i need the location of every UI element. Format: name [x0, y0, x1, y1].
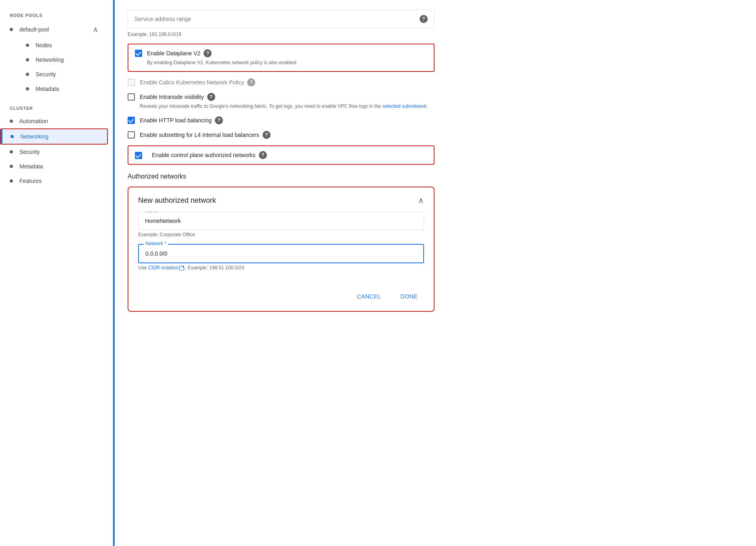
- enable-dataplane-content: Enable Dataplane V2 ? By enabling Datapl…: [147, 49, 427, 66]
- dot-icon: [10, 120, 13, 123]
- sidebar-item-security-pool[interactable]: Security: [8, 67, 108, 82]
- sidebar-item-label: default-pool: [19, 26, 49, 33]
- node-pools-section-title: NODE POOLS: [0, 10, 113, 21]
- enable-calico-checkbox[interactable]: [128, 79, 135, 86]
- network-field-group: Network * Use CIDR notation. Example: 19…: [138, 244, 424, 271]
- checkbox-unchecked-icon[interactable]: [128, 93, 135, 101]
- sidebar-item-label: Features: [19, 178, 42, 184]
- cidr-notation-link[interactable]: CIDR notation: [148, 265, 178, 271]
- dataplane-help-icon[interactable]: ?: [204, 49, 212, 57]
- sidebar-item-label: Security: [19, 149, 40, 155]
- enable-http-lb-content: Enable HTTP load balancing ?: [140, 116, 435, 124]
- enable-dataplane-desc: By enabling Dataplane V2, Kubernetes net…: [147, 59, 427, 66]
- dot-icon: [10, 179, 13, 183]
- name-field-group: Name Example: Corporate Office: [138, 212, 424, 237]
- enable-dataplane-title: Enable Dataplane V2 ?: [147, 49, 427, 57]
- sidebar-item-default-pool[interactable]: default-pool ∧: [0, 21, 108, 38]
- sidebar-item-nodes[interactable]: Nodes: [8, 38, 108, 52]
- name-input-wrapper: Name: [138, 212, 424, 230]
- sidebar-item-features[interactable]: Features: [0, 174, 108, 188]
- enable-intranode-title: Enable Intranode visibility ?: [140, 93, 435, 101]
- checkbox-unchecked-icon[interactable]: [128, 79, 135, 86]
- checkbox-checked-icon[interactable]: [128, 117, 135, 124]
- main-content: ? Example: 192.168.0.0/16 Enable Datapla…: [115, 0, 756, 546]
- card-title: New authorized network: [138, 196, 216, 205]
- sidebar-item-label: Security: [36, 71, 56, 78]
- enable-http-lb-title: Enable HTTP load balancing ?: [140, 116, 435, 124]
- sidebar-item-label: Automation: [19, 118, 48, 124]
- network-input-wrapper: Network *: [138, 244, 424, 263]
- dot-active-icon: [10, 135, 14, 138]
- dot-icon: [10, 165, 13, 168]
- service-address-input[interactable]: [134, 16, 420, 22]
- sidebar-item-networking-cluster[interactable]: Networking: [0, 128, 108, 145]
- sidebar-item-metadata-pool[interactable]: Metadata: [8, 82, 108, 96]
- enable-calico-content: Enable Calico Kubernetes Network Policy …: [140, 78, 435, 86]
- card-body: Name Example: Corporate Office Network *…: [128, 212, 434, 285]
- checkbox-unchecked-icon[interactable]: [128, 131, 135, 139]
- calico-help-icon[interactable]: ?: [247, 78, 255, 86]
- cancel-button[interactable]: CANCEL: [351, 290, 388, 303]
- sidebar-item-label: Nodes: [36, 42, 52, 48]
- enable-subsetting-title: Enable subsetting for L4 internal load b…: [140, 131, 435, 139]
- sidebar-item-security-cluster[interactable]: Security: [0, 145, 108, 159]
- enable-http-lb-checkbox[interactable]: [128, 117, 135, 124]
- enable-dataplane-row: Enable Dataplane V2 ? By enabling Datapl…: [128, 44, 435, 72]
- dot-icon: [10, 28, 13, 31]
- enable-subsetting-row: Enable subsetting for L4 internal load b…: [128, 131, 435, 139]
- enable-control-plane-checkbox[interactable]: [135, 152, 142, 159]
- selected-subnetwork-link[interactable]: selected subnetwork: [382, 103, 426, 109]
- network-input[interactable]: [139, 245, 423, 262]
- dot-icon: [26, 58, 29, 61]
- enable-intranode-checkbox[interactable]: [128, 93, 135, 101]
- dot-icon: [26, 44, 29, 47]
- enable-control-plane-row: Enable control plane authorized networks…: [128, 145, 435, 165]
- sidebar-item-label: Metadata: [36, 86, 59, 92]
- name-hint: Example: Corporate Office: [138, 232, 424, 237]
- external-link-icon: [179, 266, 184, 271]
- enable-intranode-content: Enable Intranode visibility ? Reveals yo…: [140, 93, 435, 110]
- sidebar-item-label: Networking: [20, 133, 48, 140]
- subsetting-help-icon[interactable]: ?: [262, 131, 271, 139]
- sidebar-sub-items: Nodes Networking Security Metadata: [0, 38, 113, 96]
- sidebar-item-label: Metadata: [19, 163, 43, 170]
- sidebar: NODE POOLS default-pool ∧ Nodes Networki…: [0, 0, 113, 546]
- sidebar-item-automation[interactable]: Automation: [0, 114, 108, 128]
- name-input[interactable]: [139, 212, 424, 230]
- card-header: New authorized network ∧: [128, 187, 434, 212]
- network-hint: Use CIDR notation. Example: 198.51.100.0…: [138, 265, 424, 271]
- http-lb-help-icon[interactable]: ?: [215, 116, 223, 124]
- sidebar-item-label: Networking: [36, 57, 64, 63]
- sidebar-item-networking-pool[interactable]: Networking: [8, 52, 108, 67]
- enable-calico-title: Enable Calico Kubernetes Network Policy …: [140, 78, 435, 86]
- network-float-label: Network *: [144, 241, 168, 246]
- enable-http-lb-row: Enable HTTP load balancing ?: [128, 116, 435, 124]
- dot-icon: [26, 73, 29, 76]
- control-plane-help-icon[interactable]: ?: [259, 151, 267, 159]
- intranode-help-icon[interactable]: ?: [207, 93, 215, 101]
- expand-arrow-icon: ∧: [93, 25, 98, 34]
- name-float-label: Name: [143, 212, 160, 214]
- authorized-networks-heading: Authorized networks: [128, 173, 743, 180]
- checkbox-checked-icon[interactable]: [135, 50, 142, 57]
- service-address-help-icon[interactable]: ?: [420, 15, 428, 23]
- enable-control-plane-title: Enable control plane authorized networks…: [152, 151, 267, 159]
- service-address-example: Example: 192.168.0.0/16: [128, 32, 743, 37]
- enable-intranode-desc: Reveals your intranode traffic to Google…: [140, 103, 435, 110]
- sidebar-item-metadata-cluster[interactable]: Metadata: [0, 159, 108, 174]
- checkbox-checked-icon[interactable]: [135, 152, 142, 159]
- done-button[interactable]: DONE: [394, 290, 424, 303]
- auth-network-card: New authorized network ∧ Name Example: C…: [128, 187, 435, 312]
- enable-subsetting-content: Enable subsetting for L4 internal load b…: [140, 131, 435, 139]
- dot-icon: [10, 150, 13, 153]
- service-address-row: ?: [128, 10, 435, 28]
- dot-icon: [26, 87, 29, 90]
- enable-calico-row: Enable Calico Kubernetes Network Policy …: [128, 78, 435, 86]
- card-actions: CANCEL DONE: [128, 285, 434, 311]
- enable-subsetting-checkbox[interactable]: [128, 131, 135, 139]
- enable-intranode-row: Enable Intranode visibility ? Reveals yo…: [128, 93, 435, 110]
- enable-dataplane-checkbox[interactable]: [135, 50, 142, 57]
- collapse-icon[interactable]: ∧: [418, 195, 424, 205]
- cluster-section-title: CLUSTER: [0, 103, 113, 114]
